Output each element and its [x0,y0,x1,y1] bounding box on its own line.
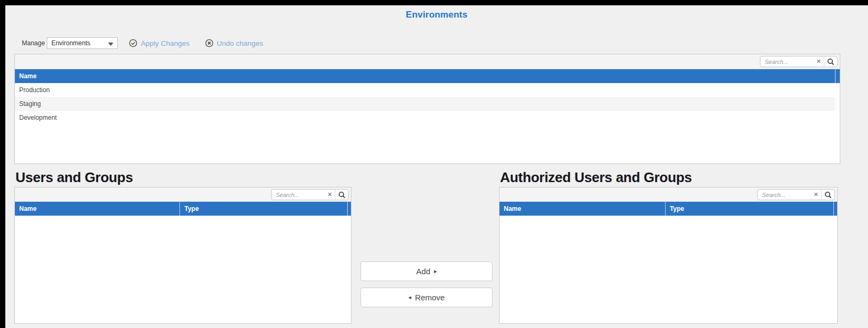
clear-search-icon[interactable]: ✕ [325,190,335,200]
users-groups-heading: Users and Groups [15,170,133,185]
remove-button-label: Remove [415,293,445,302]
table-row[interactable]: Production [15,83,836,97]
undo-changes-label: Undo changes [217,39,263,47]
search-icon[interactable] [824,56,837,67]
users-groups-search-input[interactable] [272,190,325,200]
authorized-users-groups-panel: ✕ Name Type [499,187,838,324]
search-icon[interactable] [335,190,348,200]
column-header-name[interactable]: Name [15,205,179,212]
table-row[interactable]: Staging [15,97,836,111]
apply-changes-button[interactable]: Apply Changes [129,39,190,47]
authorized-table-header: Name Type [499,202,837,216]
arrow-right-icon: ▸ [434,268,437,274]
remove-button[interactable]: ◂ Remove [361,288,493,307]
column-header-name[interactable]: Name [499,205,665,212]
page-title: Environments [5,10,868,20]
manage-toolbar: Manage Environments Apply Changes Undo c… [22,35,263,51]
apply-changes-label: Apply Changes [141,39,190,47]
app-window: Environments Manage Environments Apply C… [5,5,868,328]
manage-select-value: Environments [51,39,90,47]
environments-table-header: Name [15,69,840,83]
environments-table-body: ProductionStagingDevelopment [15,83,840,125]
environments-search: ✕ [760,56,838,67]
search-icon[interactable] [821,190,834,200]
arrow-left-icon: ◂ [408,294,412,300]
environments-search-input[interactable] [760,56,814,67]
users-groups-panel: ✕ Name Type [14,187,351,324]
authorized-search-input[interactable] [758,190,811,200]
undo-changes-button[interactable]: Undo changes [205,39,263,47]
authorized-search: ✕ [757,189,835,200]
add-button-label: Add [416,267,430,276]
table-row[interactable]: Development [15,111,836,125]
column-header-type[interactable]: Type [180,205,351,212]
users-groups-search: ✕ [271,189,349,200]
chevron-down-icon [108,43,113,46]
clear-search-icon[interactable]: ✕ [811,190,821,200]
x-circle-icon [205,39,214,47]
header-gutter-divider [833,202,834,216]
authorized-users-groups-heading: Authorized Users and Groups [500,170,692,185]
manage-select[interactable]: Environments [47,37,118,49]
users-groups-panel-toolbar: ✕ [15,187,351,202]
environments-panel-toolbar: ✕ [15,54,840,69]
users-groups-table-header: Name Type [15,202,351,216]
check-circle-icon [129,39,137,47]
manage-label: Manage [22,39,45,47]
header-gutter-divider [347,202,348,216]
authorized-panel-toolbar: ✕ [499,187,837,202]
column-header-name[interactable]: Name [15,72,840,80]
header-gutter-divider [835,69,836,83]
column-header-type[interactable]: Type [666,205,837,212]
add-button[interactable]: Add ▸ [361,261,493,281]
environments-panel: ✕ Name ProductionStagingDevelopment [14,54,840,164]
clear-search-icon[interactable]: ✕ [814,56,824,67]
